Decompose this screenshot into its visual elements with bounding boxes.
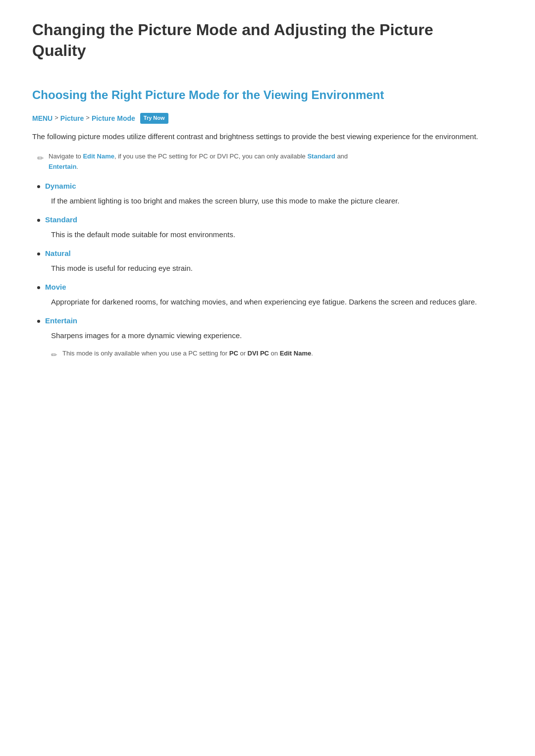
natural-description: This mode is useful for reducing eye str… xyxy=(51,262,503,274)
bullet-dot-standard xyxy=(37,219,40,222)
bullet-dot-entertain xyxy=(37,320,40,323)
breadcrumb-picture[interactable]: Picture xyxy=(60,113,84,124)
list-item-dynamic: Dynamic If the ambient lighting is too b… xyxy=(37,180,503,207)
sub-note-end: . xyxy=(311,350,313,357)
sub-note-entertain: ✏ This mode is only available when you u… xyxy=(51,349,503,361)
list-item-movie: Movie Appropriate for darkened rooms, fo… xyxy=(37,281,503,308)
bullet-dot-movie xyxy=(37,286,40,289)
bullet-dot-dynamic xyxy=(37,185,40,188)
dynamic-label: Dynamic xyxy=(45,180,76,192)
movie-label: Movie xyxy=(45,281,66,293)
page-title: Changing the Picture Mode and Adjusting … xyxy=(32,20,503,61)
edit-name-sub: Edit Name xyxy=(280,350,312,357)
breadcrumb-sep1: > xyxy=(54,113,58,123)
entertain-label: Entertain xyxy=(45,315,77,327)
sub-note-prefix: This mode is only available when you use… xyxy=(62,350,229,357)
title-line2: Quality xyxy=(32,42,86,59)
bullet-header-movie: Movie xyxy=(37,281,503,293)
list-item-entertain: Entertain Sharpens images for a more dyn… xyxy=(37,315,503,361)
note-end: . xyxy=(76,163,78,170)
pencil-icon-sub: ✏ xyxy=(51,349,57,361)
standard-label: Standard xyxy=(45,214,77,226)
entertain-description: Sharpens images for a more dynamic viewi… xyxy=(51,330,503,342)
pencil-icon: ✏ xyxy=(37,152,44,165)
sub-note-text: This mode is only available when you use… xyxy=(62,349,313,359)
bullet-dot-natural xyxy=(37,252,40,255)
bullet-header-natural: Natural xyxy=(37,248,503,259)
natural-label: Natural xyxy=(45,248,71,259)
modes-list: Dynamic If the ambient lighting is too b… xyxy=(37,180,503,361)
edit-name-link[interactable]: Edit Name xyxy=(83,152,114,160)
intro-text: The following picture modes utilize diff… xyxy=(32,131,503,143)
list-item-natural: Natural This mode is useful for reducing… xyxy=(37,248,503,274)
bullet-header-dynamic: Dynamic xyxy=(37,180,503,192)
entertain-link[interactable]: Entertain xyxy=(49,163,76,170)
pc-text: PC xyxy=(229,350,238,357)
breadcrumb-menu[interactable]: MENU xyxy=(32,113,53,124)
note-edit-name: ✏ Navigate to Edit Name, if you use the … xyxy=(37,151,503,172)
sub-note-on: on xyxy=(269,350,280,357)
bullet-header-entertain: Entertain xyxy=(37,315,503,327)
note-and: and xyxy=(335,152,348,160)
breadcrumb-sep2: > xyxy=(86,113,90,123)
dvi-pc-text: DVI PC xyxy=(248,350,269,357)
dynamic-description: If the ambient lighting is too bright an… xyxy=(51,195,503,207)
try-now-badge[interactable]: Try Now xyxy=(140,113,168,124)
movie-description: Appropriate for darkened rooms, for watc… xyxy=(51,296,503,308)
note-mid: , if you use the PC setting for PC or DV… xyxy=(114,152,307,160)
title-line1: Changing the Picture Mode and Adjusting … xyxy=(32,21,433,39)
bullet-header-standard: Standard xyxy=(37,214,503,226)
standard-link[interactable]: Standard xyxy=(307,152,335,160)
breadcrumb: MENU > Picture > Picture Mode Try Now xyxy=(32,113,503,124)
list-item-standard: Standard This is the default mode suitab… xyxy=(37,214,503,241)
sub-note-or: or xyxy=(238,350,248,357)
standard-description: This is the default mode suitable for mo… xyxy=(51,229,503,241)
section-title: Choosing the Right Picture Mode for the … xyxy=(32,86,503,104)
note-text: Navigate to Edit Name, if you use the PC… xyxy=(49,151,348,172)
breadcrumb-picture-mode[interactable]: Picture Mode xyxy=(92,113,135,124)
